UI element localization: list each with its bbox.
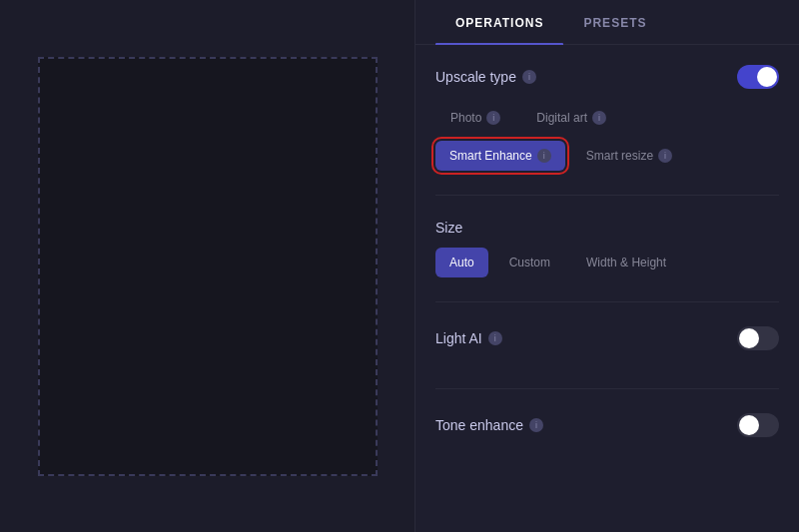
upscale-options-row1: Photo i Digital art i	[435, 103, 779, 133]
tabs-bar: OPERATIONS PRESETS	[415, 0, 799, 45]
tone-enhance-section: Tone enhance i	[435, 413, 779, 475]
tone-enhance-label: Tone enhance i	[435, 417, 543, 433]
btn-width-height[interactable]: Width & Height	[571, 248, 681, 277]
smart-resize-info-icon[interactable]: i	[658, 149, 672, 163]
light-ai-label: Light AI i	[435, 330, 502, 346]
panel-content: Upscale type i Photo i Digital art i	[415, 45, 799, 532]
btn-smart-enhance[interactable]: Smart Enhance i	[435, 141, 565, 171]
canvas-area	[0, 0, 414, 532]
btn-auto[interactable]: Auto	[435, 248, 488, 277]
smart-enhance-info-icon[interactable]: i	[537, 149, 551, 163]
size-options: Auto Custom Width & Height	[435, 248, 779, 277]
upscale-toggle[interactable]	[737, 65, 779, 89]
upscale-info-icon[interactable]: i	[522, 70, 536, 84]
upscale-options-row2: Smart Enhance i Smart resize i	[435, 141, 779, 171]
btn-smart-resize[interactable]: Smart resize i	[571, 141, 687, 171]
tone-enhance-row: Tone enhance i	[435, 413, 779, 437]
upscale-section: Upscale type i Photo i Digital art i	[435, 65, 779, 196]
btn-photo[interactable]: Photo i	[435, 103, 515, 133]
light-ai-section: Light AI i	[435, 326, 779, 389]
upscale-label: Upscale type i	[435, 69, 536, 85]
light-ai-info-icon[interactable]: i	[488, 331, 502, 345]
light-ai-toggle[interactable]	[737, 326, 779, 350]
tab-presets[interactable]: PRESETS	[563, 0, 666, 44]
light-ai-row: Light AI i	[435, 326, 779, 350]
size-label: Size	[435, 220, 779, 236]
size-section: Size Auto Custom Width & Height	[435, 220, 779, 302]
btn-digital-art[interactable]: Digital art i	[521, 103, 621, 133]
tone-enhance-toggle[interactable]	[737, 413, 779, 437]
digital-art-info-icon[interactable]: i	[592, 111, 606, 125]
upscale-row: Upscale type i	[435, 65, 779, 89]
photo-info-icon[interactable]: i	[486, 111, 500, 125]
tone-enhance-info-icon[interactable]: i	[529, 418, 543, 432]
tab-operations[interactable]: OPERATIONS	[435, 0, 563, 44]
btn-custom[interactable]: Custom	[494, 248, 565, 277]
right-panel: OPERATIONS PRESETS Upscale type i Photo …	[414, 0, 799, 532]
canvas-placeholder	[38, 57, 378, 476]
